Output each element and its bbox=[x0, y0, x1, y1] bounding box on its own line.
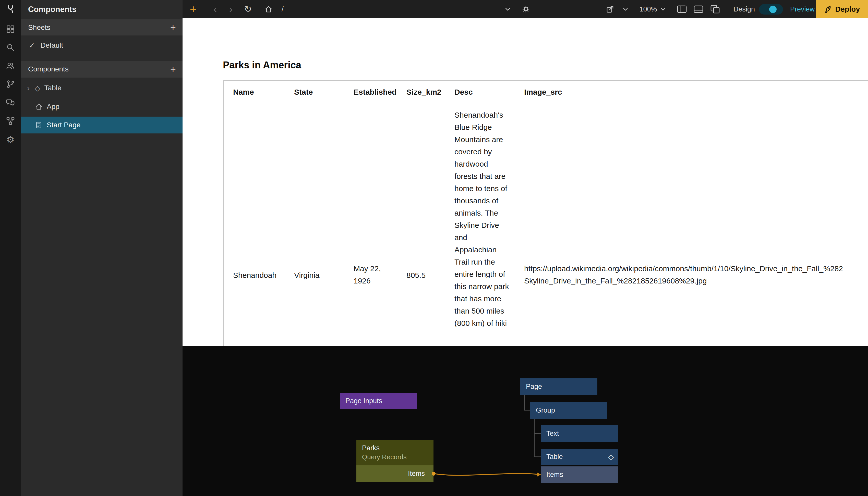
preview-mode-label[interactable]: Preview bbox=[787, 0, 818, 18]
page-icon bbox=[35, 121, 43, 129]
cell-state: Virginia bbox=[294, 269, 320, 281]
cell-image-src: https://upload.wikimedia.org/wikipedia/c… bbox=[524, 263, 868, 287]
port-label: Items bbox=[408, 470, 425, 478]
column-header-name: Name bbox=[233, 81, 254, 103]
sidebar-item-start-page[interactable]: Start Page bbox=[21, 117, 183, 134]
zoom-chevron-icon[interactable] bbox=[658, 0, 668, 18]
refresh-button[interactable]: ↻ bbox=[242, 0, 254, 18]
node-page-inputs[interactable]: Page Inputs bbox=[340, 393, 417, 409]
add-component-button[interactable]: + bbox=[170, 64, 176, 75]
rocket-icon bbox=[824, 5, 832, 13]
back-button[interactable]: ‹ bbox=[209, 0, 221, 18]
fit-view-chevron-icon[interactable] bbox=[620, 0, 630, 18]
deploy-label: Deploy bbox=[835, 5, 860, 14]
flows-icon[interactable] bbox=[5, 116, 16, 126]
node-label: Page bbox=[526, 383, 542, 391]
connection-wire[interactable] bbox=[433, 474, 538, 475]
toggle-knob bbox=[769, 5, 777, 13]
cell-name: Shenandoah bbox=[233, 269, 276, 281]
cell-established: May 22, 1926 bbox=[354, 263, 396, 287]
node-text[interactable]: Text bbox=[541, 425, 618, 442]
components-panel: Components Sheets + ✓ Default Components… bbox=[21, 0, 183, 496]
node-table-items-port[interactable]: Items bbox=[541, 466, 618, 483]
fit-view-icon[interactable] bbox=[604, 0, 616, 18]
add-sheet-button[interactable]: + bbox=[170, 22, 176, 33]
add-element-button[interactable]: + bbox=[187, 0, 199, 18]
route-path[interactable]: / bbox=[278, 0, 287, 18]
app-window: ⚙ Components Sheets + ✓ Default Componen… bbox=[0, 0, 868, 496]
node-subtitle: Query Records bbox=[362, 453, 407, 461]
column-header-state: State bbox=[294, 81, 313, 103]
diamond-icon: ◇ bbox=[608, 453, 614, 461]
forward-button[interactable]: › bbox=[225, 0, 237, 18]
page-heading[interactable]: Parks in America bbox=[223, 60, 301, 71]
search-icon[interactable] bbox=[5, 42, 16, 52]
table-header-row: Name State Established Size_km2 Desc Ima… bbox=[224, 81, 868, 103]
check-icon: ✓ bbox=[29, 41, 35, 50]
component-item-label: Table bbox=[44, 84, 62, 92]
icon-rail: ⚙ bbox=[0, 0, 21, 496]
sidebar-item-default-sheet[interactable]: ✓ Default bbox=[21, 37, 183, 54]
column-header-established: Established bbox=[354, 81, 396, 103]
debug-icon[interactable] bbox=[520, 0, 532, 18]
toggle-overlay-panel-icon[interactable] bbox=[709, 0, 721, 18]
deploy-button[interactable]: Deploy bbox=[816, 0, 868, 18]
node-title: Parks bbox=[362, 444, 380, 452]
canvas[interactable]: Parks in America Name State Established … bbox=[183, 18, 868, 346]
parks-table[interactable]: Name State Established Size_km2 Desc Ima… bbox=[223, 80, 868, 346]
column-header-desc: Desc bbox=[454, 81, 473, 103]
component-item-label: Start Page bbox=[47, 121, 80, 129]
node-group[interactable]: Group bbox=[530, 402, 607, 419]
home-icon bbox=[264, 5, 273, 13]
section-sheets-label: Sheets bbox=[28, 24, 50, 32]
toggle-bottom-panel-icon[interactable] bbox=[692, 0, 705, 18]
chevron-right-icon[interactable]: › bbox=[27, 84, 30, 92]
node-parks-items-port[interactable]: Items bbox=[356, 465, 433, 482]
zoom-level[interactable]: 100% bbox=[638, 0, 659, 18]
home-icon bbox=[35, 103, 43, 110]
app-logo-icon[interactable] bbox=[5, 4, 16, 14]
users-icon[interactable] bbox=[5, 61, 16, 71]
branch-icon[interactable] bbox=[5, 79, 16, 89]
node-label: Group bbox=[536, 406, 555, 414]
data-flow-panel[interactable]: Page Inputs Parks Query Records Items Pa… bbox=[183, 346, 868, 496]
output-port-dot[interactable] bbox=[432, 472, 436, 476]
node-label: Text bbox=[546, 430, 559, 437]
section-components-label: Components bbox=[28, 65, 69, 73]
sheet-item-label: Default bbox=[40, 41, 63, 49]
grid-icon[interactable] bbox=[5, 24, 16, 34]
section-components[interactable]: Components + bbox=[21, 61, 183, 78]
sidebar-item-app[interactable]: App bbox=[21, 98, 183, 115]
sidebar-item-table[interactable]: › ◇ Table bbox=[21, 80, 183, 96]
node-label: Page Inputs bbox=[346, 397, 382, 405]
home-button[interactable] bbox=[263, 0, 274, 18]
column-header-size: Size_km2 bbox=[407, 81, 441, 103]
settings-gear-icon[interactable]: ⚙ bbox=[5, 135, 16, 145]
node-page[interactable]: Page bbox=[520, 378, 597, 395]
comments-icon[interactable] bbox=[5, 97, 16, 108]
toolbar: + ‹ › ↻ / 100% Des bbox=[183, 0, 868, 18]
section-sheets[interactable]: Sheets + bbox=[21, 19, 183, 35]
diamond-icon: ◇ bbox=[35, 84, 40, 92]
node-table[interactable]: Table ◇ bbox=[541, 449, 618, 465]
node-parks-query[interactable]: Parks Query Records bbox=[356, 440, 433, 465]
port-label: Items bbox=[546, 471, 563, 479]
cell-desc: Shenandoah's Blue Ridge Mountains are co… bbox=[454, 109, 509, 329]
design-mode-label[interactable]: Design bbox=[731, 0, 757, 18]
cell-size: 805.5 bbox=[407, 269, 426, 281]
design-preview-toggle[interactable] bbox=[759, 4, 783, 15]
panel-title: Components bbox=[28, 0, 76, 19]
column-header-image-src: Image_src bbox=[524, 81, 562, 103]
node-label: Table bbox=[546, 453, 563, 461]
route-dropdown-chevron-icon[interactable] bbox=[502, 0, 513, 18]
component-item-label: App bbox=[47, 103, 60, 111]
wire-layer bbox=[183, 346, 868, 496]
toggle-left-panel-icon[interactable] bbox=[676, 0, 688, 18]
